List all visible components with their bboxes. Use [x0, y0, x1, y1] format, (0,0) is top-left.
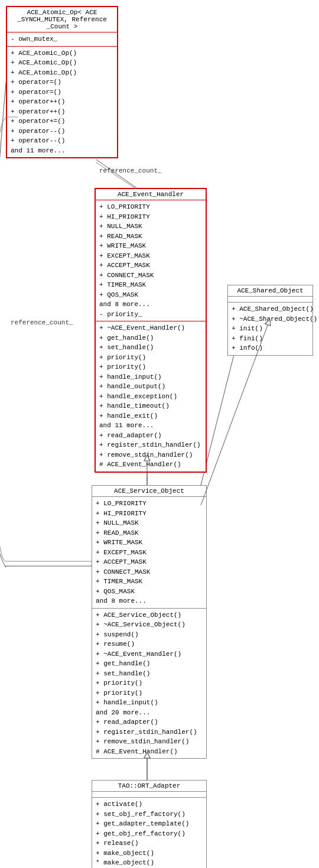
shared-object-title: ACE_Shared_Object — [228, 285, 313, 297]
service-object-methods: + ACE_Service_Object() + ~ACE_Service_Ob… — [92, 609, 206, 759]
eh-a5: + WRITE_MASK — [99, 241, 202, 251]
ort-m7: * make_object() — [96, 858, 203, 868]
ort-adapter-methods: + activate() + set_obj_ref_factory() + g… — [92, 798, 206, 868]
svo-a9: + TIMER_MASK — [96, 577, 203, 587]
svo-a2: + HI_PRIORITY — [96, 509, 203, 519]
service-object-title: ACE_Service_Object — [92, 486, 206, 497]
svo-m6: + get_handle() — [96, 659, 203, 669]
atomic-op-more: and 11 more... — [11, 146, 113, 156]
so-m3: + init() — [232, 324, 309, 334]
eh-m14: # ACE_Event_Handler() — [99, 460, 202, 470]
svo-a1: + LO_PRIORITY — [96, 499, 203, 509]
atomic-op-m1: + ACE_Atomic_Op() — [11, 48, 113, 58]
eh-m3: + set_handle() — [99, 343, 202, 353]
eh-m2: + get_handle() — [99, 333, 202, 343]
atomic-op-m7: + operator++() — [11, 107, 113, 117]
eh-a8: + CONNECT_MASK — [99, 271, 202, 281]
so-m5: + info() — [232, 343, 309, 353]
eh-a6: + EXCEPT_MASK — [99, 251, 202, 261]
diagram-container: ACE_Atomic_Op< ACE_SYNCH_MUTEX, Referenc… — [0, 0, 319, 868]
so-m4: + fini() — [232, 334, 309, 344]
atomic-op-attributes: - own_mutex_ — [7, 32, 117, 47]
svo-a8: + CONNECT_MASK — [96, 567, 203, 577]
service-object-attributes: + LO_PRIORITY + HI_PRIORITY + NULL_MASK … — [92, 497, 206, 609]
svo-m3: + suspend() — [96, 630, 203, 640]
eh-a7: + ACCEPT_MASK — [99, 261, 202, 271]
eh-a9: + TIMER_MASK — [99, 280, 202, 290]
atomic-op-m10: + operator--() — [11, 136, 113, 146]
svg-line-6 — [96, 162, 136, 189]
svo-m13: + remove_stdin_handler() — [96, 737, 203, 747]
svo-m2: + ~ACE_Service_Object() — [96, 620, 203, 630]
eh-a2: + HI_PRIORITY — [99, 212, 202, 222]
eh-m9: + handle_timeout() — [99, 401, 202, 411]
atomic-op-m4: + operator=() — [11, 77, 113, 87]
svo-more1: and 8 more... — [96, 596, 203, 606]
svo-m1: + ACE_Service_Object() — [96, 610, 203, 620]
eh-m4: + priority() — [99, 353, 202, 363]
svo-m10: + handle_input() — [96, 698, 203, 708]
ort-m2: + set_obj_ref_factory() — [96, 810, 203, 820]
svo-m5: + ~ACE_Event_Handler() — [96, 649, 203, 659]
ref-count-label-left: reference_count_ — [11, 319, 73, 326]
atomic-op-m6: + operator++() — [11, 97, 113, 107]
shared-object-box: ACE_Shared_Object + ACE_Shared_Object() … — [227, 285, 313, 356]
eh-more1: and 8 more... — [99, 300, 202, 310]
eh-m1: + ~ACE_Event_Handler() — [99, 323, 202, 333]
eh-more2: and 11 more... — [99, 421, 202, 431]
ort-adapter-box: TAO::ORT_Adapter + activate() + set_obj_… — [92, 780, 207, 868]
ort-m5: + release() — [96, 838, 203, 849]
ort-m3: + get_adapter_template() — [96, 819, 203, 829]
svo-m4: + resume() — [96, 639, 203, 649]
shared-object-empty — [228, 297, 313, 303]
eh-m11: + read_adapter() — [99, 431, 202, 441]
ref-count-label-top: reference_count_ — [99, 167, 162, 174]
ort-m1: + activate() — [96, 799, 203, 810]
atomic-op-methods: + ACE_Atomic_Op() + ACE_Atomic_Op() + AC… — [7, 47, 117, 158]
atomic-op-m3: + ACE_Atomic_Op() — [11, 68, 113, 78]
atomic-op-attr-1: - own_mutex_ — [11, 34, 113, 44]
event-handler-box: ACE_Event_Handler + LO_PRIORITY + HI_PRI… — [95, 188, 207, 473]
atomic-op-m2: + ACE_Atomic_Op() — [11, 58, 113, 68]
svo-a4: + READ_MASK — [96, 528, 203, 538]
svo-more2: and 20 more... — [96, 708, 203, 718]
svo-a3: + NULL_MASK — [96, 518, 203, 528]
svo-m7: + set_handle() — [96, 669, 203, 679]
svo-a6: + EXCEPT_MASK — [96, 548, 203, 558]
event-handler-attributes: + LO_PRIORITY + HI_PRIORITY + NULL_MASK … — [96, 200, 206, 321]
eh-a4: + READ_MASK — [99, 232, 202, 242]
eh-a10: + QOS_MASK — [99, 290, 202, 300]
svo-a10: + QOS_MASK — [96, 587, 203, 597]
shared-object-methods: + ACE_Shared_Object() + ~ACE_Shared_Obje… — [228, 303, 313, 355]
event-handler-title: ACE_Event_Handler — [96, 189, 206, 200]
eh-a3: + NULL_MASK — [99, 222, 202, 232]
svo-m9: + priority() — [96, 688, 203, 698]
eh-a11: - priority_ — [99, 310, 202, 320]
ort-m4: + get_obj_ref_factory() — [96, 829, 203, 839]
svo-a7: + ACCEPT_MASK — [96, 557, 203, 567]
eh-a1: + LO_PRIORITY — [99, 202, 202, 212]
ort-adapter-title: TAO::ORT_Adapter — [92, 781, 206, 792]
ort-m6: + make_object() — [96, 849, 203, 859]
eh-m10: + handle_exit() — [99, 411, 202, 421]
atomic-op-m8: + operator+=() — [11, 116, 113, 126]
svo-m14: # ACE_Event_Handler() — [96, 747, 203, 757]
event-handler-methods: + ~ACE_Event_Handler() + get_handle() + … — [96, 321, 206, 472]
eh-m8: + handle_exception() — [99, 392, 202, 402]
svo-a5: + WRITE_MASK — [96, 538, 203, 548]
ort-adapter-empty — [92, 792, 206, 798]
eh-m12: + register_stdin_handler() — [99, 440, 202, 450]
atomic-op-title: ACE_Atomic_Op< ACE_SYNCH_MUTEX, Referenc… — [7, 7, 117, 32]
svo-m8: + priority() — [96, 678, 203, 688]
eh-m6: + handle_input() — [99, 372, 202, 382]
atomic-op-box: ACE_Atomic_Op< ACE_SYNCH_MUTEX, Referenc… — [6, 6, 118, 158]
service-object-box: ACE_Service_Object + LO_PRIORITY + HI_PR… — [92, 485, 207, 759]
so-m2: + ~ACE_Shared_Object() — [232, 314, 309, 324]
atomic-op-m5: + operator=() — [11, 87, 113, 97]
eh-m7: + handle_output() — [99, 382, 202, 392]
eh-m5: + priority() — [99, 362, 202, 372]
svo-m11: + read_adapter() — [96, 717, 203, 727]
eh-m13: + remove_stdin_handler() — [99, 450, 202, 460]
atomic-op-m9: + operator--() — [11, 126, 113, 136]
so-m1: + ACE_Shared_Object() — [232, 304, 309, 314]
